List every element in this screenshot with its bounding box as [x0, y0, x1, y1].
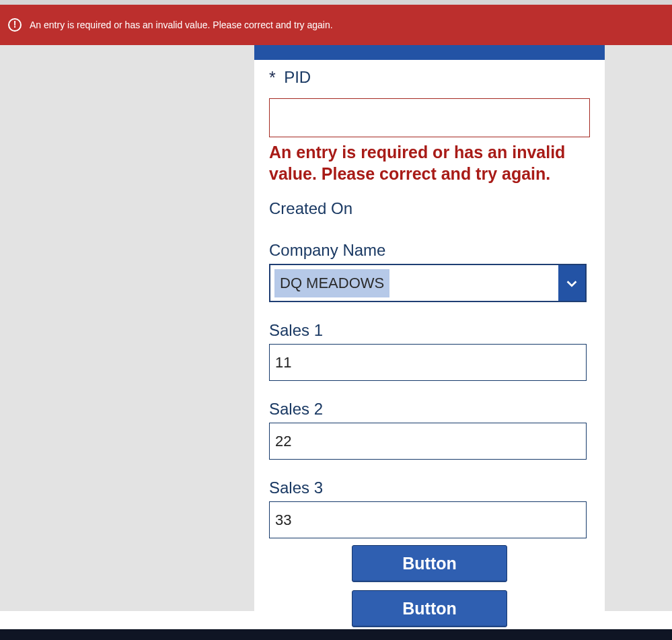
chevron-down-icon[interactable]	[558, 264, 587, 302]
pid-label: PID	[284, 68, 311, 87]
form-header-bar	[254, 45, 605, 60]
pid-label-row: * PID	[269, 68, 590, 87]
warning-icon-glyph: !	[13, 20, 17, 29]
window-top-strip	[0, 0, 672, 5]
created-on-label: Created On	[269, 199, 590, 218]
content-background: * PID An entry is required or has an inv…	[0, 45, 672, 611]
primary-button-2[interactable]: Button	[352, 590, 507, 627]
required-asterisk: *	[269, 68, 276, 87]
error-banner: ! An entry is required or has an invalid…	[0, 5, 672, 45]
form-card: * PID An entry is required or has an inv…	[254, 45, 605, 611]
primary-button-1[interactable]: Button	[352, 545, 507, 582]
warning-icon: !	[8, 18, 22, 32]
sales2-input[interactable]	[269, 423, 587, 460]
error-banner-text: An entry is required or has an invalid v…	[30, 20, 333, 30]
button-stack: Button Button	[269, 545, 590, 627]
sales3-label: Sales 3	[269, 478, 590, 497]
sales3-input[interactable]	[269, 501, 587, 538]
sales2-label: Sales 2	[269, 400, 590, 419]
company-name-label: Company Name	[269, 241, 590, 260]
pid-error-message: An entry is required or has an invalid v…	[269, 141, 590, 184]
sales1-label: Sales 1	[269, 321, 590, 340]
form-body: * PID An entry is required or has an inv…	[254, 60, 605, 627]
window-bottom-strip	[0, 629, 672, 640]
sales1-input[interactable]	[269, 344, 587, 381]
pid-input[interactable]	[269, 98, 590, 137]
company-select[interactable]: DQ MEADOWS	[269, 264, 587, 302]
company-selected-value: DQ MEADOWS	[274, 269, 389, 297]
